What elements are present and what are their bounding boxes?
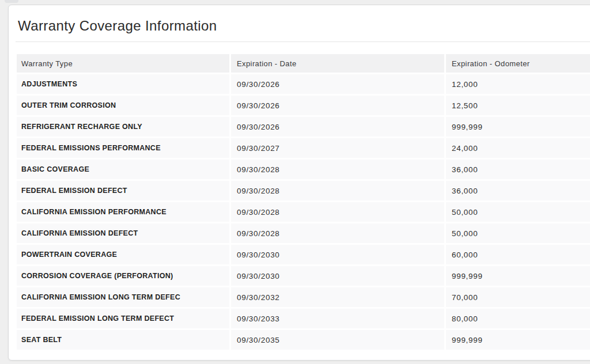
expiration-date-cell: 09/30/2026 (231, 117, 444, 136)
expiration-odometer-cell: 999,999 (446, 117, 590, 136)
expiration-date-cell: 09/30/2033 (231, 309, 444, 328)
warranty-type-cell: CORROSION COVERAGE (PERFORATION) (17, 266, 229, 286)
expiration-date-cell: 09/30/2027 (231, 138, 444, 158)
table-row: POWERTRAIN COVERAGE09/30/203060,000 (17, 245, 590, 264)
warranty-type-cell: BASIC COVERAGE (17, 160, 229, 179)
table-row: ADJUSTMENTS09/30/202612,000 (17, 74, 590, 94)
expiration-odometer-cell: 999,999 (446, 330, 590, 350)
warranty-type-cell: REFRIGERANT RECHARGE ONLY (17, 117, 229, 136)
page: Warranty Coverage Information Warranty T… (0, 0, 590, 364)
page-title: Warranty Coverage Information (18, 18, 590, 33)
table-row: OUTER TRIM CORROSION09/30/202612,500 (17, 96, 590, 115)
table-header-row: Warranty Type Expiration - Date Expirati… (17, 54, 590, 73)
expiration-odometer-cell: 36,000 (446, 181, 590, 200)
warranty-type-cell: CALIFORNIA EMISSION DEFECT (17, 223, 229, 243)
table-body: ADJUSTMENTS09/30/202612,000OUTER TRIM CO… (17, 74, 590, 350)
table-row: SEAT BELT09/30/2035999,999 (17, 330, 590, 350)
warranty-type-cell: POWERTRAIN COVERAGE (17, 245, 229, 264)
warranty-type-cell: CALIFORNIA EMISSION LONG TERM DEFEC (17, 287, 229, 307)
column-header-expiration-date: Expiration - Date (231, 54, 444, 73)
expiration-odometer-cell: 80,000 (446, 309, 590, 328)
expiration-odometer-cell: 999,999 (446, 266, 590, 286)
expiration-odometer-cell: 12,500 (446, 96, 590, 115)
card-header: Warranty Coverage Information (9, 5, 590, 33)
expiration-odometer-cell: 12,000 (446, 74, 590, 94)
warranty-type-cell: FEDERAL EMISSION DEFECT (17, 181, 229, 200)
table-row: FEDERAL EMISSION DEFECT09/30/202836,000 (17, 181, 590, 200)
table-row: FEDERAL EMISSION LONG TERM DEFECT09/30/2… (17, 309, 590, 328)
expiration-odometer-cell: 50,000 (446, 202, 590, 222)
table-row: CALIFORNIA EMISSION DEFECT09/30/202850,0… (17, 223, 590, 243)
expiration-date-cell: 09/30/2030 (231, 245, 444, 264)
table-row: CALIFORNIA EMISSION PERFORMANCE09/30/202… (17, 202, 590, 222)
expiration-date-cell: 09/30/2032 (231, 287, 444, 307)
expiration-odometer-cell: 24,000 (446, 138, 590, 158)
expiration-odometer-cell: 36,000 (446, 160, 590, 179)
expiration-date-cell: 09/30/2028 (231, 223, 444, 243)
header-divider (16, 41, 590, 42)
warranty-table: Warranty Type Expiration - Date Expirati… (17, 54, 590, 350)
column-header-warranty-type: Warranty Type (17, 54, 229, 73)
expiration-date-cell: 09/30/2035 (231, 330, 444, 350)
expiration-date-cell: 09/30/2026 (231, 74, 444, 94)
warranty-type-cell: SEAT BELT (17, 330, 229, 350)
warranty-type-cell: CALIFORNIA EMISSION PERFORMANCE (17, 202, 229, 222)
table-row: CORROSION COVERAGE (PERFORATION)09/30/20… (17, 266, 590, 286)
warranty-type-cell: OUTER TRIM CORROSION (17, 96, 229, 115)
expiration-odometer-cell: 50,000 (446, 223, 590, 243)
warranty-type-cell: FEDERAL EMISSION LONG TERM DEFECT (17, 309, 229, 328)
warranty-type-cell: ADJUSTMENTS (17, 74, 229, 94)
table-row: BASIC COVERAGE09/30/202836,000 (17, 160, 590, 179)
expiration-odometer-cell: 60,000 (446, 245, 590, 264)
column-header-expiration-odometer: Expiration - Odometer (446, 54, 590, 73)
table-row: REFRIGERANT RECHARGE ONLY09/30/2026999,9… (17, 117, 590, 136)
expiration-date-cell: 09/30/2028 (231, 202, 444, 222)
table-row: CALIFORNIA EMISSION LONG TERM DEFEC09/30… (17, 287, 590, 307)
expiration-date-cell: 09/30/2028 (231, 160, 444, 179)
expiration-date-cell: 09/30/2028 (231, 181, 444, 200)
table-row: FEDERAL EMISSIONS PERFORMANCE09/30/20272… (17, 138, 590, 158)
expiration-date-cell: 09/30/2026 (231, 96, 444, 115)
expiration-date-cell: 09/30/2030 (231, 266, 444, 286)
expiration-odometer-cell: 70,000 (446, 287, 590, 307)
top-left-partial-element (5, 0, 18, 3)
warranty-type-cell: FEDERAL EMISSIONS PERFORMANCE (17, 138, 229, 158)
warranty-coverage-card: Warranty Coverage Information Warranty T… (8, 5, 590, 361)
